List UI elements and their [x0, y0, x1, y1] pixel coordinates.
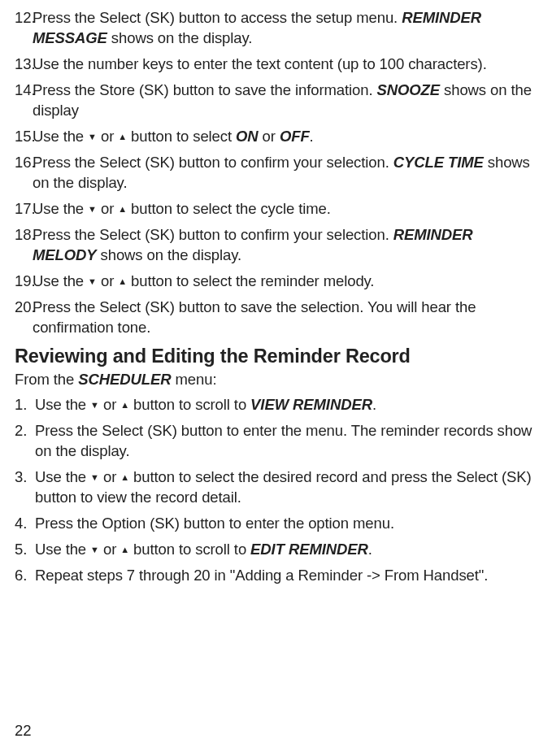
emphasis-text: VIEW REMINDER: [250, 396, 372, 413]
list-item-body: Press the Option (SK) button to enter th…: [35, 514, 532, 534]
list-item: 2.Press the Select (SK) button to enter …: [15, 421, 532, 462]
up-arrow-icon: ▲: [118, 131, 127, 143]
up-arrow-icon: ▲: [120, 399, 129, 411]
list-item-number: 16.: [15, 153, 33, 193]
emphasis-text: EDIT REMINDER: [250, 541, 368, 558]
list-item-body: Repeat steps 7 through 20 in "Adding a R…: [35, 566, 532, 586]
list-item: 20.Press the Select (SK) button to save …: [15, 298, 532, 338]
list-item-number: 17.: [15, 199, 33, 219]
up-arrow-icon: ▲: [120, 471, 129, 484]
emphasis-text: ON: [236, 128, 259, 145]
emphasis-text: REMINDER MESSAGE: [33, 9, 481, 46]
list-item: 14.Press the Store (SK) button to save t…: [15, 80, 532, 121]
emphasis-text: OFF: [280, 128, 310, 145]
up-arrow-icon: ▲: [118, 203, 127, 215]
instruction-list-b: 1.Use the ▼ or ▲ button to scroll to VIE…: [15, 395, 532, 586]
list-item: 18.Press the Select (SK) button to confi…: [15, 225, 532, 266]
list-item-body: Use the ▼ or ▲ button to select the remi…: [33, 272, 532, 292]
list-item-number: 12.: [15, 8, 33, 49]
list-item: 12.Press the Select (SK) button to acces…: [15, 8, 532, 49]
list-item: 6.Repeat steps 7 through 20 in "Adding a…: [15, 566, 532, 586]
list-item-body: Press the Select (SK) button to save the…: [33, 298, 532, 338]
down-arrow-icon: ▼: [90, 471, 99, 484]
list-item-body: Press the Store (SK) button to save the …: [33, 80, 532, 121]
list-item-number: 19.: [15, 272, 33, 292]
list-item: 4.Press the Option (SK) button to enter …: [15, 514, 532, 534]
list-item-number: 13.: [15, 54, 33, 75]
list-item-body: Press the Select (SK) button to confirm …: [33, 153, 532, 193]
list-item-number: 15.: [15, 127, 33, 147]
emphasis-text: SNOOZE: [377, 81, 441, 98]
up-arrow-icon: ▲: [120, 544, 129, 556]
list-item-number: 2.: [15, 421, 35, 462]
list-item-body: Use the number keys to enter the text co…: [33, 54, 532, 75]
intro-text: From the SCHEDULER menu:: [15, 370, 532, 390]
list-item: 13.Use the number keys to enter the text…: [15, 54, 532, 75]
list-item: 19.Use the ▼ or ▲ button to select the r…: [15, 272, 532, 292]
list-item: 15.Use the ▼ or ▲ button to select ON or…: [15, 127, 532, 147]
emphasis-text: CYCLE TIME: [393, 154, 484, 171]
emphasis-text: REMINDER MELODY: [33, 226, 473, 263]
list-item: 5.Use the ▼ or ▲ button to scroll to EDI…: [15, 540, 532, 560]
down-arrow-icon: ▼: [88, 276, 97, 288]
list-item-body: Press the Select (SK) button to access t…: [33, 8, 532, 49]
list-item-number: 4.: [15, 514, 35, 534]
down-arrow-icon: ▼: [88, 131, 97, 143]
down-arrow-icon: ▼: [90, 544, 99, 556]
list-item-body: Press the Select (SK) button to confirm …: [33, 225, 532, 266]
list-item-body: Use the ▼ or ▲ button to scroll to VIEW …: [35, 395, 532, 415]
list-item: 17.Use the ▼ or ▲ button to select the c…: [15, 199, 532, 219]
instruction-list-a: 12.Press the Select (SK) button to acces…: [15, 8, 532, 338]
down-arrow-icon: ▼: [90, 399, 99, 411]
list-item: 1.Use the ▼ or ▲ button to scroll to VIE…: [15, 395, 532, 415]
up-arrow-icon: ▲: [118, 276, 127, 288]
list-item-number: 3.: [15, 467, 35, 508]
list-item-body: Press the Select (SK) button to enter th…: [35, 421, 532, 462]
list-item-number: 1.: [15, 395, 35, 415]
list-item-number: 6.: [15, 566, 35, 586]
down-arrow-icon: ▼: [88, 203, 97, 215]
list-item-number: 20.: [15, 298, 33, 338]
list-item-body: Use the ▼ or ▲ button to scroll to EDIT …: [35, 540, 532, 560]
list-item-body: Use the ▼ or ▲ button to select the desi…: [35, 467, 532, 508]
list-item-number: 14.: [15, 80, 33, 121]
list-item: 16.Press the Select (SK) button to confi…: [15, 153, 532, 193]
list-item-body: Use the ▼ or ▲ button to select ON or OF…: [33, 127, 532, 147]
list-item: 3.Use the ▼ or ▲ button to select the de…: [15, 467, 532, 508]
list-item-body: Use the ▼ or ▲ button to select the cycl…: [33, 199, 532, 219]
list-item-number: 18.: [15, 225, 33, 266]
section-heading: Reviewing and Editing the Reminder Recor…: [15, 344, 532, 370]
page-number: 22: [15, 721, 31, 741]
list-item-number: 5.: [15, 540, 35, 560]
